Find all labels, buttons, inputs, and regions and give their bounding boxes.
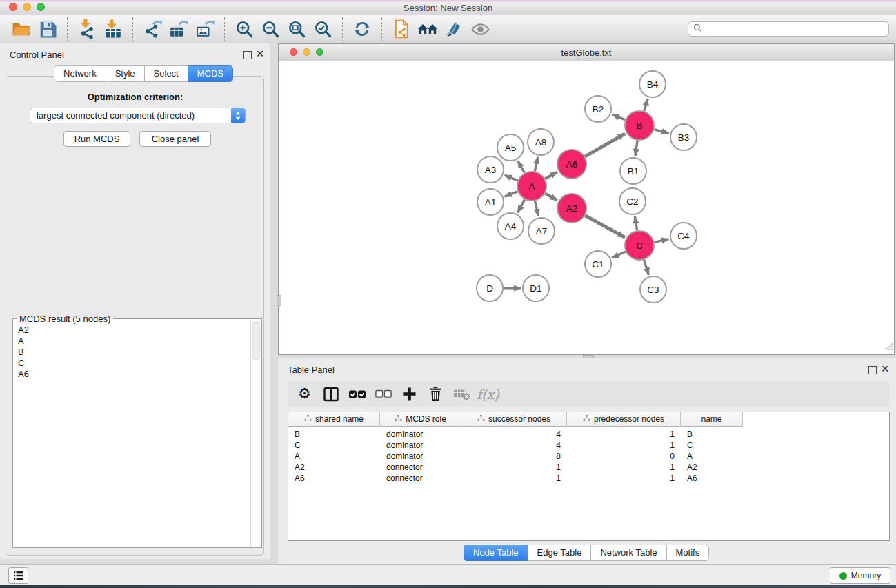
new-network-from-selection-icon[interactable] — [390, 17, 413, 41]
table-cell[interactable]: 1 — [567, 440, 681, 450]
tab-motifs[interactable]: Motifs — [667, 545, 710, 561]
edge-A-A6[interactable] — [545, 172, 557, 179]
table-cell[interactable]: A — [288, 452, 380, 461]
table-row[interactable]: A6connector11A6 — [288, 473, 889, 484]
table-cell[interactable]: 1 — [567, 429, 681, 439]
tab-node-table[interactable]: Node Table — [464, 545, 528, 561]
deselect-all-icon[interactable] — [372, 383, 394, 405]
table-cell[interactable]: 8 — [461, 452, 567, 461]
edge-B-B1[interactable] — [635, 141, 637, 156]
table-settings-icon[interactable]: ⚙ — [294, 383, 315, 405]
show-hide-details-icon[interactable] — [468, 17, 492, 41]
table-cell[interactable]: A6 — [288, 474, 380, 483]
column-header-MCDS-role[interactable]: MCDS role — [380, 412, 461, 427]
tab-network-table[interactable]: Network Table — [591, 545, 666, 561]
vertical-splitter-handle[interactable] — [277, 295, 281, 306]
import-network-icon[interactable] — [75, 17, 99, 41]
zoom-in-icon[interactable] — [232, 17, 256, 41]
delete-table-icon[interactable] — [451, 383, 472, 405]
result-scrollbar[interactable] — [250, 320, 261, 547]
network-window-titlebar[interactable]: testGlobe.txt — [279, 44, 894, 61]
zoom-selected-icon[interactable] — [311, 17, 335, 41]
memory-button[interactable]: Memory — [830, 567, 890, 584]
table-cell[interactable]: connector — [380, 474, 461, 483]
result-scrollbar-thumb[interactable] — [252, 321, 260, 360]
table-cell[interactable]: 4 — [461, 429, 567, 439]
tab-network[interactable]: Network — [54, 65, 106, 82]
optimization-criterion-select[interactable]: largest connected component (directed) — [30, 108, 246, 123]
edge-A6-B[interactable] — [585, 134, 625, 156]
edge-C-C2[interactable] — [635, 216, 637, 231]
open-file-icon[interactable] — [10, 17, 33, 41]
mcds-result-item[interactable]: B — [14, 347, 249, 358]
save-session-icon[interactable] — [36, 17, 59, 41]
tab-style[interactable]: Style — [106, 65, 145, 82]
edge-C-C3[interactable] — [644, 260, 649, 275]
run-mcds-button[interactable]: Run MCDS — [63, 131, 130, 147]
edge-A-A2[interactable] — [545, 194, 557, 201]
import-table-icon[interactable] — [101, 17, 125, 41]
network-canvas[interactable]: B4B2BB3A5A8A6B1A3AC2A1A2A4A7C4CC1C3DD1 — [279, 61, 894, 354]
table-cell[interactable]: A6 — [681, 474, 743, 483]
table-row[interactable]: Bdominator41B — [288, 429, 889, 440]
table-cell[interactable]: dominator — [380, 452, 461, 461]
float-table-panel-icon[interactable] — [868, 366, 877, 374]
column-layout-icon[interactable] — [320, 383, 341, 405]
select-all-icon[interactable] — [346, 383, 368, 405]
mcds-result-item[interactable]: C — [14, 358, 249, 369]
edge-C-C1[interactable] — [612, 252, 626, 258]
close-table-panel-icon[interactable]: ✕ — [881, 363, 889, 375]
export-image-icon[interactable] — [193, 17, 217, 41]
network-graph[interactable]: B4B2BB3A5A8A6B1A3AC2A1A2A4A7C4CC1C3DD1 — [279, 61, 894, 354]
column-header-predecessor-nodes[interactable]: predecessor nodes — [567, 412, 681, 427]
edge-A-A3[interactable] — [504, 175, 517, 181]
search-input[interactable] — [706, 23, 888, 34]
edge-A-A7[interactable] — [535, 201, 539, 216]
column-header-name[interactable]: name — [681, 412, 743, 427]
close-panel-button[interactable]: Close panel — [139, 131, 211, 147]
export-table-icon[interactable] — [167, 17, 190, 41]
zoom-out-icon[interactable] — [259, 17, 282, 41]
table-row[interactable]: Cdominator41C — [288, 440, 889, 451]
table-cell[interactable]: 0 — [567, 452, 681, 461]
table-cell[interactable]: 4 — [461, 440, 567, 450]
edge-B-B2[interactable] — [612, 114, 625, 120]
table-cell[interactable]: A — [681, 452, 743, 461]
table-cell[interactable]: C — [288, 440, 380, 450]
home-icon[interactable] — [416, 17, 439, 41]
table-cell[interactable]: dominator — [380, 440, 461, 450]
resize-grip-icon[interactable] — [884, 341, 893, 354]
table-cell[interactable]: 1 — [567, 474, 681, 483]
edge-A-A1[interactable] — [505, 192, 518, 196]
search-box[interactable] — [688, 21, 889, 37]
close-panel-icon[interactable]: ✕ — [256, 48, 264, 60]
table-cell[interactable]: 1 — [567, 463, 681, 472]
export-network-icon[interactable] — [141, 17, 164, 41]
edge-C-C4[interactable] — [654, 239, 668, 243]
table-cell[interactable]: 1 — [461, 474, 567, 483]
table-cell[interactable]: B — [288, 429, 380, 439]
table-row[interactable]: A2connector11A2 — [288, 462, 889, 473]
float-panel-icon[interactable] — [243, 51, 252, 59]
edge-A-A5[interactable] — [518, 161, 525, 173]
mcds-result-list[interactable]: A2ABCA6 — [14, 325, 249, 546]
table-cell[interactable]: 1 — [461, 463, 567, 472]
column-header-shared-name[interactable]: shared name — [288, 412, 380, 427]
delete-columns-icon[interactable] — [425, 383, 446, 405]
table-cell[interactable]: A2 — [681, 463, 743, 472]
table-cell[interactable]: B — [681, 429, 743, 439]
tab-select[interactable]: Select — [145, 65, 188, 82]
tab-mcds[interactable]: MCDS — [188, 65, 233, 82]
edge-A-A8[interactable] — [535, 157, 537, 172]
hide-annotations-icon[interactable] — [442, 17, 466, 41]
refresh-network-icon[interactable] — [350, 17, 374, 41]
table-cell[interactable]: C — [681, 440, 743, 450]
mcds-result-item[interactable]: A6 — [14, 369, 249, 380]
zoom-fit-icon[interactable] — [285, 17, 308, 41]
edge-B-B4[interactable] — [644, 99, 648, 111]
tab-edge-table[interactable]: Edge Table — [528, 545, 592, 561]
edge-B-B3[interactable] — [654, 130, 668, 134]
edge-A2-C[interactable] — [585, 216, 625, 238]
mcds-result-item[interactable]: A2 — [14, 325, 249, 336]
table-row[interactable]: Adominator80A — [288, 451, 889, 462]
